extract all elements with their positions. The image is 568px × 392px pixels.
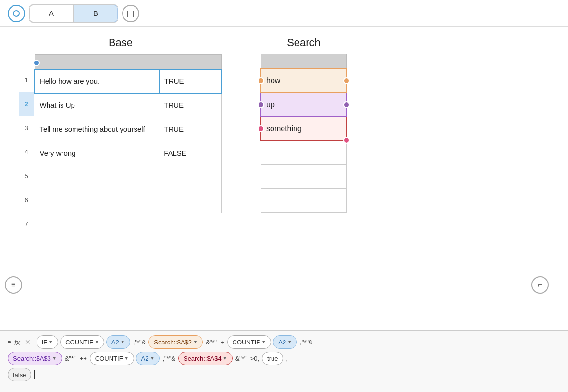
tab-b[interactable]: B: [74, 5, 118, 22]
search-cell-something[interactable]: something: [261, 117, 346, 141]
row-num-1: 1: [19, 68, 34, 92]
token-a2-3-arrow: ▼: [150, 356, 154, 361]
token-countif-3[interactable]: COUNTIF ▼: [90, 352, 134, 365]
token-a2-1-label: A2: [111, 339, 119, 346]
token-a2-2[interactable]: A2 ▼: [273, 335, 297, 349]
token-search-a3-arrow: ▼: [52, 356, 57, 361]
base-cell-value-5[interactable]: [159, 165, 221, 189]
table-row[interactable]: Tell me something about yourself TRUE: [35, 117, 221, 141]
search-cell-up-text: up: [266, 100, 275, 109]
token-a2-2-arrow: ▼: [287, 340, 292, 344]
token-search-a2-label: Search::$A$2: [154, 339, 192, 346]
token-text-3: ,"*"&: [299, 339, 314, 346]
table-row[interactable]: [261, 141, 346, 165]
col-header-a[interactable]: [35, 55, 159, 69]
base-section: Base 1 2 3 4 5 6 7: [19, 37, 222, 320]
token-countif-2-arrow: ▼: [261, 340, 266, 344]
token-gt: >0,: [249, 355, 260, 362]
search-col-header[interactable]: [261, 54, 346, 69]
base-cell-value-1[interactable]: TRUE: [159, 69, 221, 93]
dot-how-left: [258, 77, 264, 84]
base-cell-text-4[interactable]: Very wrong: [35, 141, 159, 165]
main-content: Base 1 2 3 4 5 6 7: [0, 27, 568, 330]
table-row[interactable]: [261, 165, 346, 189]
search-cell-4[interactable]: [261, 141, 346, 165]
circle-button[interactable]: [8, 5, 25, 22]
token-true[interactable]: true: [262, 352, 283, 365]
token-plus-1: +: [220, 339, 225, 346]
token-false-label: false: [13, 371, 26, 379]
circle-icon: [12, 10, 20, 17]
row-numbers: 1 2 3 4 5 6 7: [19, 68, 34, 236]
equals-icon: ≡: [11, 281, 16, 289]
base-cell-text-5[interactable]: [35, 165, 159, 189]
table-row[interactable]: [35, 165, 221, 189]
table-row[interactable]: how: [261, 69, 346, 93]
corner-icon-button[interactable]: ⌐: [531, 276, 549, 294]
table-row[interactable]: Hello how are you. TRUE: [35, 69, 221, 93]
search-table-container: how up: [260, 54, 347, 213]
token-text-6: &"*": [235, 355, 247, 362]
search-cell-6[interactable]: [261, 189, 346, 213]
base-cell-text-1[interactable]: Hello how are you.: [35, 69, 159, 93]
table-row[interactable]: something: [261, 117, 346, 141]
base-cell-text-2[interactable]: What is Up: [35, 93, 159, 117]
row-num-5: 5: [19, 164, 34, 188]
pause-icon: ❙❙: [125, 10, 136, 17]
token-search-a3-label: Search::$A$3: [13, 355, 51, 362]
base-cell-text-6[interactable]: [35, 189, 159, 213]
search-cell-up[interactable]: up: [261, 93, 346, 117]
base-cell-value-6[interactable]: [159, 189, 221, 213]
token-search-a2[interactable]: Search::$A$2 ▼: [148, 335, 203, 349]
token-text-2: &"*": [205, 339, 218, 346]
base-title: Base: [109, 37, 133, 49]
token-comma: ,: [285, 355, 289, 362]
token-text-1: ,"*"&: [132, 339, 147, 346]
fx-dot: [8, 341, 11, 343]
token-countif-3-label: COUNTIF: [95, 355, 123, 362]
token-countif-1-arrow: ▼: [95, 340, 99, 344]
search-cell-something-text: something: [266, 124, 302, 133]
row-num-6: 6: [19, 188, 34, 212]
table-row[interactable]: What is Up TRUE: [35, 93, 221, 117]
token-countif-3-arrow: ▼: [124, 356, 129, 361]
token-if-arrow: ▼: [49, 340, 53, 344]
search-cell-5[interactable]: [261, 165, 346, 189]
formula-bar: fx ✕ IF ▼ COUNTIF ▼ A2 ▼ ,"*"& Search::$…: [0, 330, 568, 392]
col-header-b[interactable]: [159, 55, 221, 69]
table-row[interactable]: [261, 189, 346, 213]
search-title: Search: [287, 37, 321, 49]
base-cell-text-3[interactable]: Tell me something about yourself: [35, 117, 159, 141]
base-cell-value-2[interactable]: TRUE: [159, 93, 221, 117]
base-sheet-wrapper: 1 2 3 4 5 6 7: [19, 54, 222, 236]
corner-icon: ⌐: [538, 281, 542, 289]
base-cell-value-3[interactable]: TRUE: [159, 117, 221, 141]
base-table-container: Hello how are you. TRUE What is Up TRUE …: [34, 54, 222, 236]
table-row[interactable]: Very wrong FALSE: [35, 141, 221, 165]
blue-dot-header: [33, 60, 40, 66]
equals-icon-button[interactable]: ≡: [5, 276, 22, 294]
token-countif-2[interactable]: COUNTIF ▼: [227, 335, 272, 349]
search-cell-how[interactable]: how: [261, 69, 346, 93]
token-text-4: &"*": [64, 355, 77, 362]
base-cell-value-4[interactable]: FALSE: [159, 141, 221, 165]
table-row[interactable]: up: [261, 93, 346, 117]
tab-a[interactable]: A: [29, 5, 74, 22]
token-search-a4-label: Search::$A$4: [184, 355, 222, 362]
token-false[interactable]: false: [8, 368, 31, 381]
token-countif-2-label: COUNTIF: [233, 339, 260, 346]
token-if[interactable]: IF ▼: [37, 335, 58, 349]
dot-up-left: [258, 101, 264, 108]
token-countif-1[interactable]: COUNTIF ▼: [60, 335, 104, 349]
pause-button[interactable]: ❙❙: [122, 5, 139, 22]
table-row[interactable]: [35, 189, 221, 213]
token-a2-1[interactable]: A2 ▼: [106, 335, 130, 349]
fx-separator: ✕: [25, 338, 31, 346]
formula-line-3: false: [8, 368, 560, 381]
token-search-a3[interactable]: Search::$A$3 ▼: [8, 352, 62, 365]
row-num-2: 2: [19, 92, 34, 116]
token-a2-3[interactable]: A2 ▼: [136, 352, 160, 365]
token-search-a4[interactable]: Search::$A$4 ▼: [178, 352, 233, 365]
token-a2-2-label: A2: [278, 339, 286, 346]
toolbar: A B ❙❙: [0, 0, 568, 27]
